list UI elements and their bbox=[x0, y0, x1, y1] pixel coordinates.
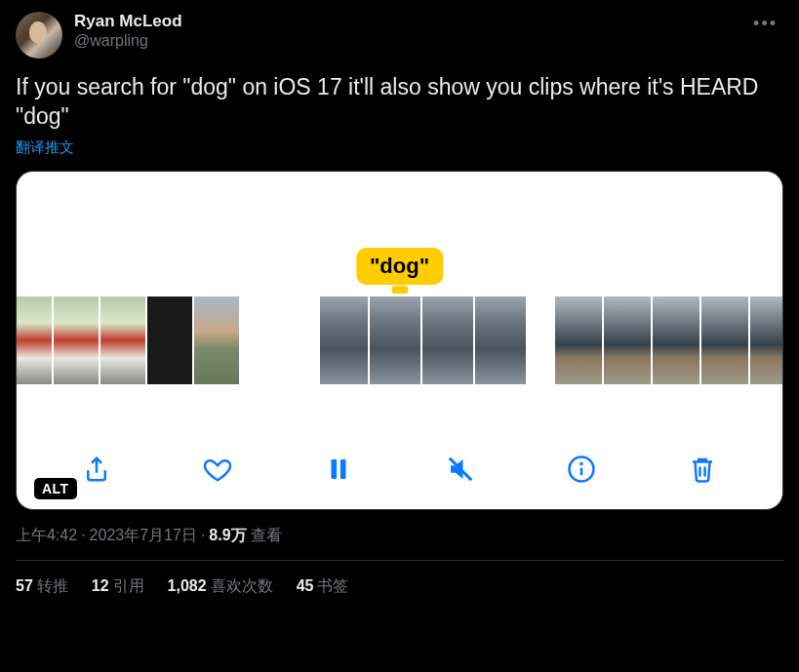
clip-thumb bbox=[750, 296, 782, 384]
pause-icon[interactable] bbox=[322, 453, 355, 486]
clip-thumb bbox=[701, 296, 748, 384]
stat-bookmarks[interactable]: 45书签 bbox=[297, 576, 349, 597]
translate-link[interactable]: 翻译推文 bbox=[16, 138, 783, 157]
tweet-meta: 上午4:42·2023年7月17日·8.9万 查看 bbox=[16, 526, 783, 546]
views-count: 8.9万 bbox=[209, 527, 246, 543]
stat-quotes[interactable]: 12引用 bbox=[92, 576, 144, 597]
clip-thumb bbox=[604, 296, 651, 384]
views-label: 查看 bbox=[251, 527, 282, 543]
playhead-marker bbox=[392, 286, 408, 294]
clip-group-active[interactable] bbox=[317, 296, 526, 384]
tweet-stats: 57转推 12引用 1,082喜欢次数 45书签 bbox=[16, 561, 783, 597]
clip-thumb bbox=[555, 296, 602, 384]
tweet-body-text: If you search for "dog" on iOS 17 it'll … bbox=[16, 72, 783, 131]
heart-icon[interactable] bbox=[201, 453, 234, 486]
clip-thumb bbox=[317, 296, 368, 384]
svg-rect-0 bbox=[332, 459, 338, 479]
info-icon[interactable] bbox=[565, 453, 598, 486]
video-timeline[interactable] bbox=[17, 296, 782, 384]
clip-thumb bbox=[54, 296, 99, 384]
clip-thumb bbox=[422, 296, 473, 384]
trash-icon[interactable] bbox=[686, 453, 719, 486]
avatar[interactable] bbox=[16, 12, 62, 59]
clip-thumb bbox=[653, 296, 699, 384]
svg-rect-1 bbox=[340, 459, 346, 479]
more-options-button[interactable]: ••• bbox=[747, 12, 783, 36]
alt-badge[interactable]: ALT bbox=[34, 478, 77, 499]
share-icon[interactable] bbox=[80, 453, 113, 486]
tweet-container: Ryan McLeod @warpling ••• If you search … bbox=[0, 0, 799, 597]
stat-likes[interactable]: 1,082喜欢次数 bbox=[168, 576, 273, 597]
clip-thumb bbox=[147, 296, 192, 384]
clip-group[interactable] bbox=[555, 296, 782, 384]
media-controls bbox=[17, 453, 782, 486]
tweet-date[interactable]: 2023年7月17日 bbox=[90, 527, 197, 543]
tweet-time[interactable]: 上午4:42 bbox=[16, 527, 77, 543]
display-name: Ryan McLeod bbox=[74, 12, 736, 31]
clip-thumb bbox=[475, 296, 526, 384]
handle: @warpling bbox=[74, 31, 736, 51]
media-attachment[interactable]: "dog" bbox=[16, 171, 783, 510]
clip-thumb bbox=[17, 296, 52, 384]
svg-point-5 bbox=[580, 463, 581, 464]
clip-group[interactable] bbox=[17, 296, 239, 384]
clip-thumb bbox=[370, 296, 420, 384]
stat-retweets[interactable]: 57转推 bbox=[16, 576, 68, 597]
author-block[interactable]: Ryan McLeod @warpling bbox=[74, 12, 736, 51]
clip-thumb bbox=[100, 296, 145, 384]
clip-thumb bbox=[194, 296, 239, 384]
mute-icon[interactable] bbox=[444, 453, 477, 486]
search-tooltip: "dog" bbox=[356, 248, 443, 285]
tweet-header: Ryan McLeod @warpling ••• bbox=[16, 12, 783, 59]
